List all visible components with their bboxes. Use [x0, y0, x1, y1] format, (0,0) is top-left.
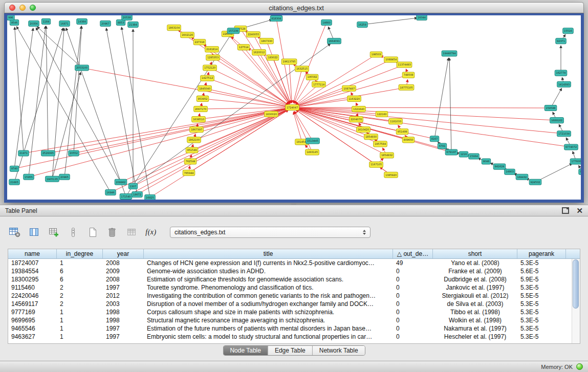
- table-row[interactable]: 1830029562008Estimation of significance …: [8, 275, 572, 283]
- graph-node[interactable]: 1427512: [201, 75, 214, 81]
- graph-node[interactable]: 20552: [69, 150, 79, 156]
- show-columns-button[interactable]: [27, 226, 42, 239]
- graph-node[interactable]: 1862100: [187, 137, 201, 143]
- close-window-button[interactable]: [9, 5, 15, 11]
- graph-node[interactable]: 14384: [77, 19, 88, 25]
- table-row[interactable]: 1456911722003Disruption of a novel membe…: [8, 300, 572, 308]
- graph-node[interactable]: 2204070: [350, 117, 363, 122]
- graph-node[interactable]: 122160: [376, 112, 388, 117]
- graph-node[interactable]: 18775105: [399, 84, 414, 90]
- graph-node[interactable]: 1638510: [192, 117, 206, 122]
- graph-node[interactable]: 2053100: [75, 65, 89, 71]
- graph-node[interactable]: 127514: [237, 45, 250, 50]
- table-selector-combo[interactable]: citations_edges.txt: [170, 227, 371, 238]
- new-column-button[interactable]: [46, 226, 61, 239]
- graph-node[interactable]: 1830020: [265, 112, 278, 117]
- graph-node[interactable]: 15516: [563, 28, 574, 34]
- graph-node[interactable]: 1721034: [557, 131, 571, 137]
- graph-node[interactable]: 92371: [556, 38, 567, 44]
- graph-node[interactable]: 1493145: [306, 149, 319, 155]
- graph-node[interactable]: 157239: [227, 28, 239, 34]
- graph-node[interactable]: 20967: [100, 21, 111, 27]
- graph-node[interactable]: 14660: [321, 20, 332, 26]
- table-mode-button[interactable]: [7, 226, 23, 239]
- graph-node[interactable]: 1181033: [389, 119, 403, 124]
- graph-node[interactable]: 1184: [41, 19, 50, 25]
- graph-node[interactable]: 19448794: [442, 51, 457, 56]
- table-scrollbar-thumb[interactable]: [573, 259, 579, 309]
- graph-node[interactable]: 1689182: [550, 118, 564, 123]
- graph-node[interactable]: 9740: [10, 166, 18, 171]
- window-titlebar[interactable]: citations_edges.txt: [4, 2, 584, 13]
- graph-node[interactable]: 1854930: [364, 134, 378, 140]
- graph-node[interactable]: 2240055: [247, 32, 260, 37]
- graph-node[interactable]: 1610420: [357, 127, 371, 133]
- graph-node[interactable]: 1867330: [260, 38, 274, 44]
- graph-node[interactable]: 19613795: [281, 59, 297, 64]
- graph-node[interactable]: 1385920: [384, 172, 398, 178]
- graph-node[interactable]: 20965: [59, 174, 70, 180]
- graph-node[interactable]: 1163220: [347, 96, 361, 101]
- graph-node[interactable]: 2181814: [205, 47, 219, 52]
- tab-edge-table[interactable]: Edge Table: [268, 346, 312, 355]
- float-panel-icon[interactable]: [562, 207, 569, 214]
- graph-node[interactable]: 159588: [545, 105, 557, 111]
- graph-node[interactable]: 679197: [445, 149, 458, 155]
- graph-node[interactable]: 183022: [267, 55, 279, 60]
- graph-node[interactable]: 227318: [193, 39, 206, 45]
- minimize-window-button[interactable]: [19, 5, 26, 11]
- graph-node[interactable]: 6774072: [564, 144, 578, 150]
- graph-node[interactable]: 6791: [438, 143, 446, 149]
- network-view-canvas[interactable]: 1724047128535317521201427512184504095395…: [4, 13, 584, 203]
- column-header-short[interactable]: short: [433, 249, 517, 258]
- function-builder-button[interactable]: f(x): [143, 226, 159, 239]
- graph-node[interactable]: 818304: [270, 16, 282, 21]
- zoom-window-button[interactable]: [30, 5, 36, 11]
- graph-node[interactable]: 171540: [120, 193, 132, 199]
- graph-node[interactable]: 1167105: [369, 162, 383, 167]
- graph-node[interactable]: 953952: [197, 96, 209, 101]
- table-row[interactable]: 946362711997Embryonic stem cells: a mode…: [8, 333, 572, 341]
- graph-node[interactable]: 1863104: [167, 25, 181, 31]
- graph-node[interactable]: 18672: [132, 191, 143, 197]
- graph-node[interactable]: 1620012: [252, 50, 266, 55]
- graph-node[interactable]: 1087487: [342, 85, 356, 91]
- column-header-name[interactable]: name: [8, 249, 57, 258]
- graph-node[interactable]: 8167: [430, 136, 439, 142]
- table-row[interactable]: 911546021997Tourette syndrome. Phenomeno…: [8, 283, 572, 292]
- graph-node[interactable]: 195582: [306, 74, 318, 80]
- graph-node[interactable]: 21665: [9, 179, 20, 185]
- column-header-title[interactable]: title: [144, 249, 393, 258]
- graph-node[interactable]: 15955: [24, 174, 34, 180]
- column-header-out_degree[interactable]: △ out_de…: [393, 249, 433, 258]
- graph-node[interactable]: 177600: [570, 159, 581, 164]
- tab-network-table[interactable]: Network Table: [312, 346, 365, 355]
- graph-node[interactable]: 1513445: [306, 138, 320, 144]
- graph-node[interactable]: 1602126: [181, 32, 194, 38]
- new-table-button[interactable]: [85, 226, 100, 239]
- graph-node[interactable]: 21384: [128, 22, 139, 28]
- graph-node[interactable]: 1088454: [384, 57, 398, 62]
- graph-node[interactable]: 198503: [370, 52, 382, 57]
- graph-node[interactable]: 956: [579, 169, 581, 174]
- graph-node[interactable]: 951549: [186, 147, 198, 153]
- column-header-year[interactable]: year: [103, 249, 144, 258]
- graph-node[interactable]: 1724047: [286, 104, 299, 110]
- column-header-in_degree[interactable]: in_degree: [57, 249, 103, 258]
- graph-node[interactable]: 15934: [469, 154, 480, 159]
- graph-node[interactable]: 1777114: [312, 81, 326, 87]
- table-row[interactable]: 2242004622012Investigating the contribut…: [8, 292, 572, 300]
- graph-node[interactable]: 20356: [29, 21, 39, 27]
- graph-node[interactable]: 996: [7, 15, 14, 20]
- graph-node[interactable]: 1632515: [295, 66, 309, 72]
- table-row[interactable]: 946554611997Estimation of the future num…: [8, 324, 572, 333]
- tab-node-table[interactable]: Node Table: [223, 346, 268, 355]
- graph-node[interactable]: 1285353: [206, 55, 220, 60]
- graph-node[interactable]: 1414393: [557, 81, 571, 87]
- graph-node[interactable]: 16825: [145, 194, 156, 200]
- graph-node[interactable]: 1867397: [190, 127, 204, 133]
- graph-node[interactable]: 924502: [529, 179, 541, 185]
- graph-node[interactable]: 1321640: [352, 106, 366, 112]
- graph-node[interactable]: 209962: [115, 179, 127, 185]
- table-row[interactable]: 1938455462009Genome-wide association stu…: [8, 267, 572, 275]
